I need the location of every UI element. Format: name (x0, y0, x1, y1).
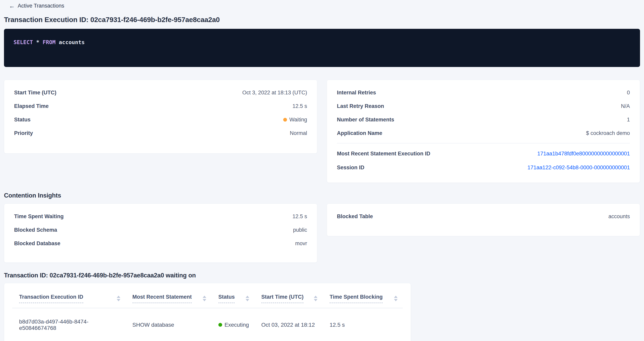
statement-execution-id-link[interactable]: 171aa1b478fdf0e80000000000000001 (538, 151, 630, 157)
blocked-table-label: Blocked Table (337, 213, 373, 220)
sql-token: accounts (59, 39, 85, 45)
status-badge: Executing (224, 322, 249, 328)
internal-retries-label: Internal Retries (337, 90, 376, 96)
card-divider (337, 143, 630, 143)
sql-statement-box: SELECT * FROM accounts (4, 29, 640, 67)
last-retry-reason-row: Last Retry Reason N/A (327, 99, 640, 113)
contention-cards-row: Time Spent Waiting 12.5 s Blocked Schema… (4, 204, 640, 263)
start-time-label: Start Time (UTC) (14, 90, 56, 96)
number-of-statements-row: Number of Statements 1 (327, 113, 640, 126)
blocked-database-value: movr (295, 240, 307, 247)
priority-label: Priority (14, 130, 33, 136)
internal-retries-value: 0 (627, 90, 630, 96)
time-spent-waiting-row: Time Spent Waiting 12.5 s (4, 210, 317, 223)
elapsed-time-label: Elapsed Time (14, 103, 49, 109)
time-spent-waiting-label: Time Spent Waiting (14, 213, 64, 220)
back-link-label: Active Transactions (18, 3, 64, 9)
start-time-row: Start Time (UTC) Oct 3, 2022 at 18:13 (U… (4, 86, 317, 99)
column-header-transaction-execution-id[interactable]: Transaction Execution ID (12, 286, 126, 308)
status-badge: Waiting (290, 117, 307, 123)
status-executing-dot-icon (218, 323, 222, 327)
status-value: Waiting (283, 117, 307, 123)
back-arrow-icon: ← (9, 3, 15, 9)
sql-token: * (36, 39, 40, 45)
internal-retries-row: Internal Retries 0 (327, 86, 640, 99)
blocked-table-row: Blocked Table accounts (327, 210, 640, 223)
cell-transaction-execution-id: b8d7d03a-d497-446b-8474-e50846674768 (12, 308, 126, 341)
blocked-database-row: Blocked Database movr (4, 237, 317, 250)
table-row: b8d7d03a-d497-446b-8474-e50846674768 SHO… (12, 308, 403, 341)
statement-execution-id-row: Most Recent Statement Execution ID 171aa… (327, 147, 640, 161)
priority-value: Normal (290, 130, 307, 136)
application-name-value: $ cockroach demo (586, 130, 630, 136)
waiting-on-table: Transaction Execution ID Most Recent Sta… (12, 286, 403, 341)
elapsed-time-row: Elapsed Time 12.5 s (4, 99, 317, 113)
column-label: Most Recent Statement (132, 294, 192, 303)
last-retry-reason-value: N/A (621, 103, 630, 109)
session-id-link[interactable]: 171aa122-c092-54b8-0000-000000000001 (528, 165, 630, 171)
breadcrumb: ← Active Transactions (4, 0, 640, 9)
number-of-statements-label: Number of Statements (337, 117, 394, 123)
sql-keyword: SELECT (14, 39, 33, 45)
cell-status: Executing (212, 308, 254, 341)
blocked-database-label: Blocked Database (14, 240, 60, 247)
elapsed-time-value: 12.5 s (292, 103, 307, 109)
column-label: Time Spent Blocking (330, 294, 383, 303)
contention-blocked-card: Blocked Table accounts (327, 204, 640, 236)
column-label: Status (218, 294, 235, 303)
column-header-time-spent-blocking[interactable]: Time Spent Blocking (322, 286, 403, 308)
overview-cards-row: Start Time (UTC) Oct 3, 2022 at 18:13 (U… (4, 80, 640, 183)
transaction-summary-card: Start Time (UTC) Oct 3, 2022 at 18:13 (U… (4, 80, 317, 154)
session-id-row: Session ID 171aa122-c092-54b8-0000-00000… (327, 161, 640, 174)
status-label: Status (14, 117, 31, 123)
application-name-label: Application Name (337, 130, 382, 136)
column-header-status[interactable]: Status (212, 286, 254, 308)
last-retry-reason-label: Last Retry Reason (337, 103, 384, 109)
blocked-schema-value: public (293, 227, 307, 233)
sql-keyword: FROM (42, 39, 56, 45)
waiting-on-heading: Transaction ID: 02ca7931-f246-469b-b2fe-… (4, 272, 640, 279)
contention-insights-heading: Contention Insights (4, 192, 640, 199)
session-id-label: Session ID (337, 165, 364, 171)
cell-start-time: Oct 03, 2022 at 18:12 (254, 308, 323, 341)
back-to-active-transactions-link[interactable]: ← Active Transactions (9, 3, 64, 9)
table-header-row: Transaction Execution ID Most Recent Sta… (12, 286, 403, 308)
cell-time-spent-blocking: 12.5 s (322, 308, 403, 341)
transaction-execution-detail-page: ← Active Transactions Transaction Execut… (0, 0, 644, 341)
page-title: Transaction Execution ID: 02ca7931-f246-… (4, 16, 640, 24)
time-spent-waiting-value: 12.5 s (292, 213, 307, 220)
number-of-statements-value: 1 (627, 117, 630, 123)
status-waiting-dot-icon (283, 118, 287, 122)
contention-waiting-card: Time Spent Waiting 12.5 s Blocked Schema… (4, 204, 317, 263)
waiting-on-table-card: Transaction Execution ID Most Recent Sta… (4, 283, 411, 341)
sort-icon[interactable] (312, 296, 318, 301)
column-header-most-recent-statement[interactable]: Most Recent Statement (126, 286, 212, 308)
column-header-start-time[interactable]: Start Time (UTC) (254, 286, 323, 308)
column-label: Start Time (UTC) (261, 294, 304, 303)
blocked-schema-row: Blocked Schema public (4, 223, 317, 237)
priority-row: Priority Normal (4, 126, 317, 140)
sort-icon[interactable] (200, 296, 206, 301)
blocked-schema-label: Blocked Schema (14, 227, 57, 233)
column-label: Transaction Execution ID (19, 294, 83, 303)
cell-most-recent-statement: SHOW database (126, 308, 212, 341)
start-time-value: Oct 3, 2022 at 18:13 (UTC) (242, 90, 307, 96)
blocked-table-value: accounts (608, 213, 630, 220)
application-name-row: Application Name $ cockroach demo (327, 126, 640, 140)
sort-icon[interactable] (243, 296, 249, 301)
statement-execution-id-label: Most Recent Statement Execution ID (337, 151, 430, 157)
sort-icon[interactable] (114, 296, 120, 301)
sort-icon[interactable] (392, 296, 398, 301)
transaction-details-card: Internal Retries 0 Last Retry Reason N/A… (327, 80, 640, 183)
status-row: Status Waiting (4, 113, 317, 126)
